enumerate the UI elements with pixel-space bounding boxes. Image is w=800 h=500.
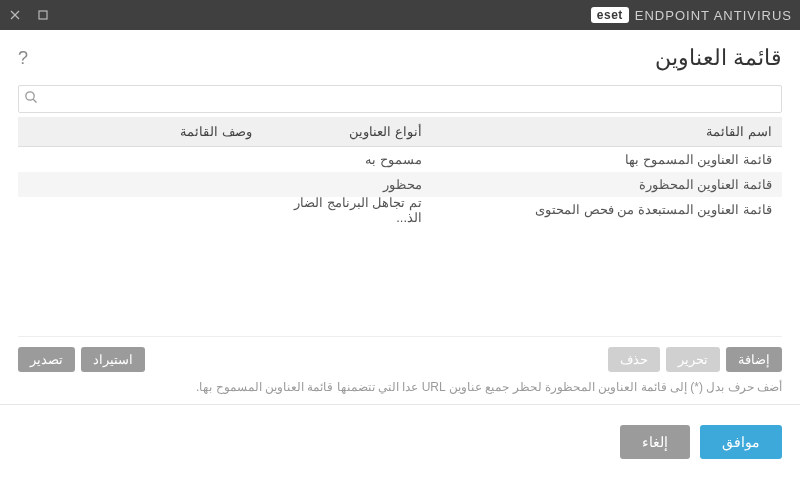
window-controls <box>8 8 50 22</box>
product-name: ENDPOINT ANTIVIRUS <box>635 8 792 23</box>
close-icon[interactable] <box>8 8 22 22</box>
divider <box>0 404 800 405</box>
ok-button[interactable]: موافق <box>700 425 782 459</box>
titlebar-brand: eset ENDPOINT ANTIVIRUS <box>591 7 792 23</box>
action-bar: إضافة تحرير حذف استيراد تصدير <box>18 337 782 380</box>
cancel-button[interactable]: إلغاء <box>620 425 690 459</box>
cell-name: قائمة العناوين المستبعدة من فحص المحتوى <box>432 202 782 217</box>
edit-button[interactable]: تحرير <box>666 347 720 372</box>
table-header: اسم القائمة أنواع العناوين وصف القائمة <box>18 117 782 147</box>
svg-rect-2 <box>39 11 47 19</box>
maximize-icon[interactable] <box>36 8 50 22</box>
table-row[interactable]: قائمة العناوين المسموح بها مسموح به <box>18 147 782 172</box>
table-row[interactable]: قائمة العناوين المستبعدة من فحص المحتوى … <box>18 197 782 222</box>
delete-button[interactable]: حذف <box>608 347 660 372</box>
footer: موافق إلغاء <box>0 405 800 479</box>
add-button[interactable]: إضافة <box>726 347 782 372</box>
action-group-io: استيراد تصدير <box>18 347 145 372</box>
cell-type: مسموح به <box>262 152 432 167</box>
search-wrap <box>18 85 782 113</box>
cell-name: قائمة العناوين المسموح بها <box>432 152 782 167</box>
import-button[interactable]: استيراد <box>81 347 145 372</box>
header-row: قائمة العناوين ? <box>18 45 782 71</box>
action-group-primary: إضافة تحرير حذف <box>608 347 782 372</box>
address-list-table: اسم القائمة أنواع العناوين وصف القائمة ق… <box>18 117 782 337</box>
cell-name: قائمة العناوين المحظورة <box>432 177 782 192</box>
titlebar: eset ENDPOINT ANTIVIRUS <box>0 0 800 30</box>
hint-text: أضف حرف بدل (*) إلى قائمة العناوين المحظ… <box>18 380 782 404</box>
cell-type: تم تجاهل البرنامج الضار الذ... <box>262 195 432 225</box>
search-input[interactable] <box>18 85 782 113</box>
col-header-name[interactable]: اسم القائمة <box>432 124 782 139</box>
page-title: قائمة العناوين <box>655 45 782 71</box>
table-body: قائمة العناوين المسموح بها مسموح به قائم… <box>18 147 782 337</box>
brand-badge: eset <box>591 7 629 23</box>
table-row[interactable]: قائمة العناوين المحظورة محظور <box>18 172 782 197</box>
col-header-desc[interactable]: وصف القائمة <box>18 124 262 139</box>
cell-type: محظور <box>262 177 432 192</box>
col-header-type[interactable]: أنواع العناوين <box>262 124 432 139</box>
help-icon[interactable]: ? <box>18 48 28 69</box>
export-button[interactable]: تصدير <box>18 347 75 372</box>
